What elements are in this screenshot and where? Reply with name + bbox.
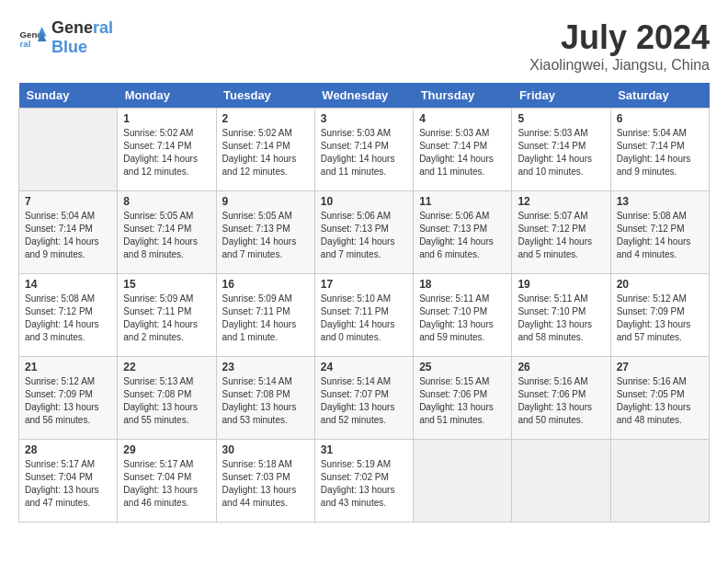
day-info: Sunrise: 5:14 AMSunset: 7:07 PMDaylight:… — [321, 375, 407, 427]
day-info: Sunrise: 5:04 AMSunset: 7:14 PMDaylight:… — [25, 210, 111, 261]
day-number: 22 — [123, 361, 210, 373]
day-number: 7 — [25, 195, 111, 208]
calendar-cell: 23Sunrise: 5:14 AMSunset: 7:08 PMDayligh… — [216, 357, 314, 440]
day-info: Sunrise: 5:08 AMSunset: 7:12 PMDaylight:… — [617, 210, 703, 261]
calendar-cell: 30Sunrise: 5:18 AMSunset: 7:03 PMDayligh… — [216, 440, 314, 523]
page-header: Gene ral General Blue July 2024 Xiaoling… — [18, 18, 710, 74]
day-number: 2 — [222, 112, 309, 125]
location-title: Xiaolingwei, Jiangsu, China — [529, 57, 710, 74]
day-number: 19 — [518, 278, 604, 291]
calendar-cell: 20Sunrise: 5:12 AMSunset: 7:09 PMDayligh… — [610, 274, 709, 357]
day-number: 14 — [25, 278, 111, 291]
calendar-week-row: 1Sunrise: 5:02 AMSunset: 7:14 PMDaylight… — [19, 109, 710, 191]
calendar-week-row: 21Sunrise: 5:12 AMSunset: 7:09 PMDayligh… — [19, 357, 710, 440]
calendar-cell: 1Sunrise: 5:02 AMSunset: 7:14 PMDaylight… — [118, 109, 216, 191]
day-number: 8 — [123, 195, 210, 208]
logo-text-line1: General — [51, 18, 113, 38]
day-number: 15 — [123, 278, 210, 291]
calendar-cell: 18Sunrise: 5:11 AMSunset: 7:10 PMDayligh… — [414, 274, 512, 357]
day-header-saturday: Saturday — [610, 83, 709, 109]
day-number: 27 — [617, 361, 703, 373]
day-number: 11 — [419, 195, 506, 208]
calendar-cell: 14Sunrise: 5:08 AMSunset: 7:12 PMDayligh… — [19, 274, 118, 357]
calendar-cell: 22Sunrise: 5:13 AMSunset: 7:08 PMDayligh… — [118, 357, 216, 440]
logo-text-line2: Blue — [51, 38, 113, 57]
day-info: Sunrise: 5:12 AMSunset: 7:09 PMDaylight:… — [25, 375, 111, 427]
month-title: July 2024 — [529, 18, 710, 57]
day-info: Sunrise: 5:14 AMSunset: 7:08 PMDaylight:… — [222, 375, 309, 427]
day-info: Sunrise: 5:02 AMSunset: 7:14 PMDaylight:… — [222, 127, 309, 178]
calendar-cell: 6Sunrise: 5:04 AMSunset: 7:14 PMDaylight… — [610, 109, 709, 191]
day-info: Sunrise: 5:03 AMSunset: 7:14 PMDaylight:… — [321, 127, 407, 178]
calendar-cell: 31Sunrise: 5:19 AMSunset: 7:02 PMDayligh… — [314, 440, 413, 523]
calendar-cell — [512, 440, 610, 523]
day-number: 1 — [123, 112, 210, 125]
day-number: 5 — [518, 112, 604, 125]
day-info: Sunrise: 5:07 AMSunset: 7:12 PMDaylight:… — [518, 210, 604, 261]
day-info: Sunrise: 5:02 AMSunset: 7:14 PMDaylight:… — [123, 127, 210, 178]
day-info: Sunrise: 5:06 AMSunset: 7:13 PMDaylight:… — [419, 210, 506, 261]
day-number: 13 — [617, 195, 703, 208]
day-number: 10 — [321, 195, 407, 208]
calendar-week-row: 28Sunrise: 5:17 AMSunset: 7:04 PMDayligh… — [19, 440, 710, 523]
calendar-cell: 28Sunrise: 5:17 AMSunset: 7:04 PMDayligh… — [19, 440, 118, 523]
day-number: 17 — [321, 278, 407, 291]
day-number: 6 — [617, 112, 703, 125]
calendar-cell — [414, 440, 512, 523]
day-info: Sunrise: 5:17 AMSunset: 7:04 PMDaylight:… — [25, 458, 111, 510]
day-info: Sunrise: 5:11 AMSunset: 7:10 PMDaylight:… — [518, 293, 604, 344]
day-info: Sunrise: 5:03 AMSunset: 7:14 PMDaylight:… — [518, 127, 604, 178]
logo: Gene ral General Blue — [18, 18, 113, 57]
day-info: Sunrise: 5:03 AMSunset: 7:14 PMDaylight:… — [419, 127, 506, 178]
logo-icon: Gene ral — [18, 23, 48, 52]
calendar-cell: 2Sunrise: 5:02 AMSunset: 7:14 PMDaylight… — [216, 109, 314, 191]
day-header-thursday: Thursday — [414, 83, 512, 109]
day-number: 18 — [419, 278, 506, 291]
day-info: Sunrise: 5:09 AMSunset: 7:11 PMDaylight:… — [123, 293, 210, 344]
day-number: 4 — [419, 112, 506, 125]
day-header-sunday: Sunday — [19, 83, 118, 109]
calendar-cell: 25Sunrise: 5:15 AMSunset: 7:06 PMDayligh… — [414, 357, 512, 440]
day-info: Sunrise: 5:12 AMSunset: 7:09 PMDaylight:… — [617, 293, 703, 344]
day-info: Sunrise: 5:05 AMSunset: 7:13 PMDaylight:… — [222, 210, 309, 261]
calendar-cell — [19, 109, 118, 191]
calendar-cell: 13Sunrise: 5:08 AMSunset: 7:12 PMDayligh… — [610, 191, 709, 274]
calendar-cell: 3Sunrise: 5:03 AMSunset: 7:14 PMDaylight… — [314, 109, 413, 191]
day-number: 29 — [123, 443, 210, 456]
day-info: Sunrise: 5:04 AMSunset: 7:14 PMDaylight:… — [617, 127, 703, 178]
day-header-friday: Friday — [512, 83, 610, 109]
day-info: Sunrise: 5:13 AMSunset: 7:08 PMDaylight:… — [123, 375, 210, 427]
day-number: 26 — [518, 361, 604, 373]
day-info: Sunrise: 5:06 AMSunset: 7:13 PMDaylight:… — [321, 210, 407, 261]
day-number: 28 — [25, 443, 111, 456]
calendar-cell: 11Sunrise: 5:06 AMSunset: 7:13 PMDayligh… — [414, 191, 512, 274]
calendar-cell — [610, 440, 709, 523]
day-number: 31 — [321, 443, 407, 456]
day-header-tuesday: Tuesday — [216, 83, 314, 109]
calendar-cell: 27Sunrise: 5:16 AMSunset: 7:05 PMDayligh… — [610, 357, 709, 440]
calendar-cell: 29Sunrise: 5:17 AMSunset: 7:04 PMDayligh… — [118, 440, 216, 523]
calendar-cell: 15Sunrise: 5:09 AMSunset: 7:11 PMDayligh… — [118, 274, 216, 357]
day-number: 30 — [222, 443, 309, 456]
day-number: 25 — [419, 361, 506, 373]
day-info: Sunrise: 5:10 AMSunset: 7:11 PMDaylight:… — [321, 293, 407, 344]
day-info: Sunrise: 5:17 AMSunset: 7:04 PMDaylight:… — [123, 458, 210, 510]
svg-text:ral: ral — [20, 39, 31, 49]
day-header-monday: Monday — [118, 83, 216, 109]
calendar-cell: 7Sunrise: 5:04 AMSunset: 7:14 PMDaylight… — [19, 191, 118, 274]
day-number: 3 — [321, 112, 407, 125]
title-area: July 2024 Xiaolingwei, Jiangsu, China — [529, 18, 710, 74]
day-info: Sunrise: 5:15 AMSunset: 7:06 PMDaylight:… — [419, 375, 506, 427]
calendar-cell: 19Sunrise: 5:11 AMSunset: 7:10 PMDayligh… — [512, 274, 610, 357]
day-number: 24 — [321, 361, 407, 373]
day-number: 21 — [25, 361, 111, 373]
day-number: 16 — [222, 278, 309, 291]
calendar-cell: 10Sunrise: 5:06 AMSunset: 7:13 PMDayligh… — [314, 191, 413, 274]
day-info: Sunrise: 5:16 AMSunset: 7:05 PMDaylight:… — [617, 375, 703, 427]
day-info: Sunrise: 5:11 AMSunset: 7:10 PMDaylight:… — [419, 293, 506, 344]
calendar-cell: 5Sunrise: 5:03 AMSunset: 7:14 PMDaylight… — [512, 109, 610, 191]
calendar-cell: 24Sunrise: 5:14 AMSunset: 7:07 PMDayligh… — [314, 357, 413, 440]
calendar-cell: 12Sunrise: 5:07 AMSunset: 7:12 PMDayligh… — [512, 191, 610, 274]
calendar-cell: 21Sunrise: 5:12 AMSunset: 7:09 PMDayligh… — [19, 357, 118, 440]
day-info: Sunrise: 5:18 AMSunset: 7:03 PMDaylight:… — [222, 458, 309, 510]
